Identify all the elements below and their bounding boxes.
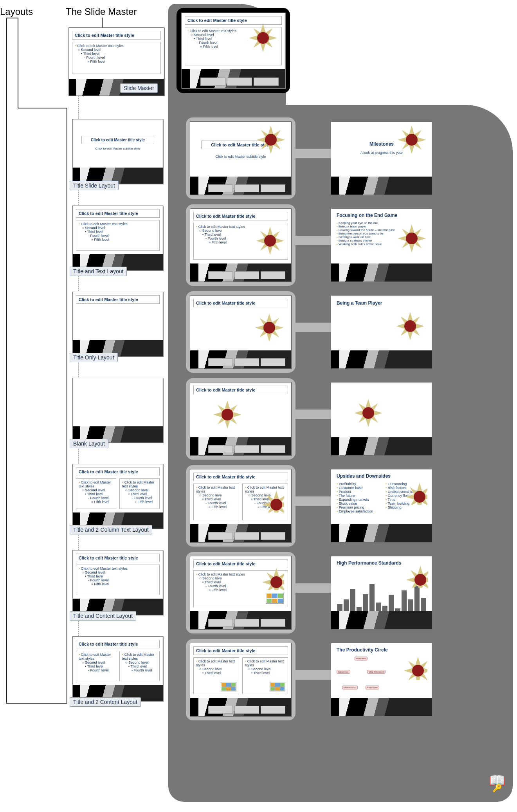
title: Click to edit Master title style	[76, 295, 160, 304]
sun-icon	[405, 564, 428, 588]
thumb-blank-layout[interactable]	[72, 378, 163, 443]
example-upsides[interactable]: Upsides and Downsides ProfitabilityCusto…	[331, 469, 432, 543]
frame-title-only[interactable]: Click to edit Master title style	[186, 291, 295, 373]
thumb-two-col-layout[interactable]: Click to edit Master title style Click t…	[72, 464, 163, 529]
level-1: Click to edit Master text styles	[77, 44, 124, 48]
col-right: Click to edit Master text styles Second …	[119, 478, 160, 509]
example-blank[interactable]	[331, 382, 432, 456]
sun-icon	[395, 310, 426, 342]
body: Click to edit Master text styles Second …	[76, 565, 160, 595]
master-body: Click to edit Master text styles Second …	[72, 42, 161, 74]
example-team-player[interactable]: Being a Team Player	[331, 295, 432, 369]
title: Click to edit Master title style	[81, 136, 154, 144]
content-placeholder-icon	[266, 593, 284, 604]
title: Click to edit Master title style	[76, 467, 160, 476]
frame-title-slide[interactable]: Click to edit Master title style Click t…	[186, 117, 295, 199]
content-placeholder-icon	[270, 682, 285, 691]
sun-icon	[255, 124, 286, 155]
heading-layouts: Layouts	[0, 6, 33, 17]
label-title-text: Title and Text Layout	[70, 267, 127, 276]
level-5: Fifth level	[90, 60, 106, 63]
thumb-two-content-layout[interactable]: Click to edit Master title style Click t…	[72, 636, 163, 701]
label-title-slide: Title Slide Layout	[70, 181, 119, 190]
level-2: Second level	[81, 48, 101, 52]
example-end-game[interactable]: Focusing on the End Game Keeping your ey…	[331, 208, 432, 282]
content-placeholder-icon	[221, 682, 236, 691]
heading-slide-master: The Slide Master	[66, 6, 137, 17]
body: Click to edit Master text styles Second …	[76, 220, 160, 251]
level-4: Fourth level	[86, 56, 105, 60]
frame-title-content[interactable]: Click to edit Master title style Click t…	[186, 552, 295, 633]
frame-title-text[interactable]: Click to edit Master title style Click t…	[186, 204, 295, 286]
sun-icon	[261, 567, 284, 590]
title: Click to edit Master title style	[76, 209, 160, 218]
frame-blank[interactable]: Click to edit Master title style	[186, 378, 295, 460]
title: Click to edit Master title style	[76, 640, 160, 648]
frame-two-content[interactable]: Click to edit Master title style Click t…	[186, 639, 295, 720]
example-prod-circle[interactable]: The Productivity Circle President Vice P…	[331, 643, 432, 716]
thumb-title-slide-layout[interactable]: Click to edit Master title style Click t…	[72, 119, 163, 184]
thumb-title-text-layout[interactable]: Click to edit Master title style Click t…	[72, 206, 163, 271]
sun-icon	[254, 225, 286, 256]
thumb-title-only-layout[interactable]: Click to edit Master title style	[72, 292, 163, 357]
label-slide-master: Slide Master	[120, 83, 158, 93]
col-left: Click to edit Master text styles Second …	[76, 478, 116, 509]
sun-icon	[247, 22, 279, 54]
label-blank: Blank Layout	[70, 439, 108, 448]
key-concept-icon: 📖🔑	[489, 772, 505, 793]
sun-icon	[396, 124, 427, 155]
level-3: Third level	[83, 52, 100, 56]
frame-master-selected[interactable]: Click to edit Master title style Click t…	[177, 8, 290, 93]
sun-icon	[396, 223, 427, 254]
sun-icon	[404, 481, 427, 505]
example-high-perf[interactable]: High Performance Standards	[331, 556, 432, 630]
label-two-content: Title and 2 Content Layout	[70, 697, 141, 707]
sun-icon	[212, 399, 243, 430]
sun-icon	[402, 655, 427, 680]
label-title-content: Title and Content Layout	[70, 611, 136, 621]
circle-diagram: President Vice President Salesman Motiva…	[337, 657, 387, 696]
master-title: Click to edit Master title style	[72, 31, 161, 40]
diagram-stage: Layouts The Slide Master Click to edit M…	[0, 4, 517, 803]
subtitle: Click to edit Master subtitle style	[81, 145, 154, 152]
label-title-only: Title Only Layout	[70, 353, 118, 362]
title: Click to edit Master title style	[76, 554, 160, 562]
label-two-col: Title and 2-Column Text Layout	[70, 525, 152, 534]
upsides-left: ProfitabilityCustomer baseProductThe fut…	[334, 480, 380, 521]
frame-two-col[interactable]: Click to edit Master title style Click t…	[186, 465, 295, 547]
sun-icon	[261, 489, 284, 512]
example-milestones[interactable]: Milestones A look at progress this year	[331, 121, 432, 195]
thumb-title-content-layout[interactable]: Click to edit Master title style Click t…	[72, 550, 163, 615]
sun-icon	[254, 312, 285, 343]
sun-icon	[353, 397, 384, 429]
